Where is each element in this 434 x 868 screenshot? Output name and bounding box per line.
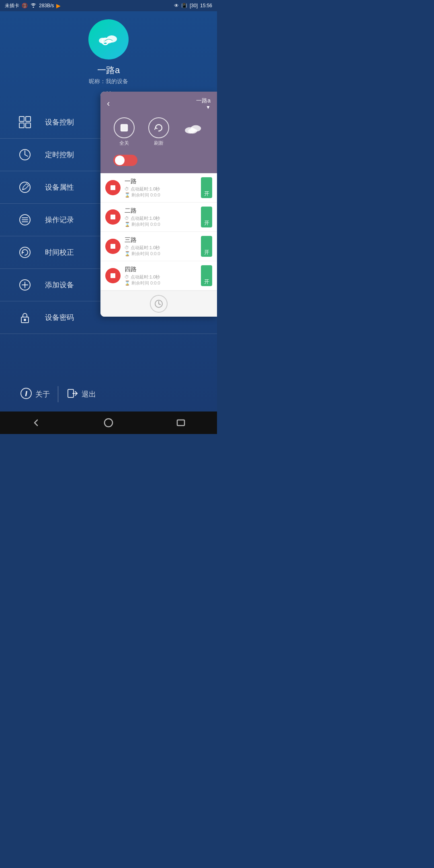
channel-1-on-label: 开 [203, 187, 210, 188]
panel-title-chevron: ▼ [206, 104, 211, 110]
svg-point-12 [20, 182, 30, 192]
channel-4-on-button[interactable]: 开 [201, 265, 212, 286]
svg-line-11 [25, 155, 28, 156]
channel-1-time: ⌛ 剩余时间 0:0:0 [125, 192, 197, 198]
channel-item-4: 四路 ⏱ 点动延时:1.0秒 ⌛ 剩余时间 0:0:0 开 [100, 261, 217, 291]
channel-1-on-button[interactable]: 开 [201, 177, 212, 198]
panel-back-button[interactable]: ‹ [107, 98, 110, 109]
logout-label: 退出 [82, 389, 96, 399]
refresh-button[interactable]: 刷新 [148, 117, 169, 147]
channel-item-2: 二路 ⏱ 点动延时:1.0秒 ⌛ 剩余时间 0:0:0 开 [100, 203, 217, 232]
device-props-label: 设备属性 [45, 182, 74, 192]
timer-icon-1: ⌛ [125, 192, 130, 198]
channel-3-info: 三路 ⏱ 点动延时:1.0秒 ⌛ 剩余时间 0:0:0 [125, 236, 197, 257]
timer-icon-2: ⌛ [125, 222, 130, 227]
channel-2-on-button[interactable]: 开 [201, 207, 212, 227]
logout-icon [66, 387, 78, 401]
channel-2-delay: ⏱ 点动延时:1.0秒 [125, 215, 197, 221]
channel-3-delay: ⏱ 点动延时:1.0秒 [125, 245, 197, 251]
panel-footer [100, 291, 217, 317]
svg-point-18 [20, 247, 30, 258]
channel-4-info: 四路 ⏱ 点动延时:1.0秒 ⌛ 剩余时间 0:0:0 [125, 266, 197, 286]
panel-title-area: 一路a ▼ [196, 97, 211, 110]
channel-2-info: 二路 ⏱ 点动延时:1.0秒 ⌛ 剩余时间 0:0:0 [125, 207, 197, 227]
eye-icon: 👁 [174, 3, 179, 8]
channel-4-on-label: 开 [203, 275, 210, 276]
time-sync-label: 时间校正 [45, 248, 74, 257]
svg-rect-36 [111, 244, 115, 249]
svg-point-28 [104, 419, 113, 427]
status-left: 未插卡 📵 283B/s ▶ [5, 2, 61, 9]
channel-3-name: 三路 [125, 236, 197, 244]
toggle-knob [115, 156, 125, 165]
channel-3-stop-button[interactable] [105, 239, 121, 254]
battery-text: [30] [190, 3, 198, 8]
stop-all-label: 全关 [119, 140, 129, 147]
channel-3-on-label: 开 [203, 246, 210, 247]
nav-bar [0, 411, 217, 434]
channel-item-1: 一路 ⏱ 点动延时:1.0秒 ⌛ 剩余时间 0:0:0 开 [100, 173, 217, 203]
panel-header-top: ‹ 一路a ▼ [107, 97, 211, 110]
panel-header: ‹ 一路a ▼ 全关 [100, 92, 217, 173]
master-toggle[interactable] [113, 155, 137, 166]
svg-rect-30 [121, 125, 127, 131]
channel-2-on-label: 开 [203, 217, 210, 217]
channel-2-name: 二路 [125, 207, 197, 215]
channel-2-stop-button[interactable] [105, 209, 121, 225]
hourglass-icon-1: ⏱ [125, 186, 129, 191]
clock-icon [16, 146, 34, 164]
panel-title: 一路a [196, 97, 211, 104]
svg-rect-7 [19, 123, 24, 128]
channel-1-name: 一路 [125, 178, 197, 185]
channel-1-info: 一路 ⏱ 点动延时:1.0秒 ⌛ 剩余时间 0:0:0 [125, 178, 197, 198]
svg-point-33 [188, 129, 197, 134]
panel-footer-clock-button[interactable] [150, 295, 168, 313]
svg-rect-34 [111, 185, 115, 190]
vibrate-icon: 📳 [181, 3, 187, 8]
time-text: 15:56 [200, 3, 212, 8]
svg-rect-37 [111, 273, 115, 278]
panel-controls: 全关 刷新 [107, 115, 211, 151]
status-right: 👁 📳 [30] 15:56 [174, 3, 212, 8]
channel-3-time: ⌛ 剩余时间 0:0:0 [125, 251, 197, 257]
edit-icon [16, 178, 34, 196]
channel-item-3: 三路 ⏱ 点动延时:1.0秒 ⌛ 剩余时间 0:0:0 开 [100, 232, 217, 261]
channel-list: 一路 ⏱ 点动延时:1.0秒 ⌛ 剩余时间 0:0:0 开 [100, 173, 217, 291]
back-nav-button[interactable] [28, 415, 44, 431]
device-pw-label: 设备密码 [45, 313, 74, 322]
home-nav-button[interactable] [100, 415, 117, 431]
svg-rect-5 [19, 117, 24, 121]
status-bar: 未插卡 📵 283B/s ▶ 👁 📳 [30] 15:56 [0, 0, 217, 11]
stop-all-button[interactable]: 全关 [114, 117, 135, 147]
add-device-label: 添加设备 [45, 280, 74, 290]
about-button[interactable]: i 关于 [12, 384, 58, 404]
channel-2-time: ⌛ 剩余时间 0:0:0 [125, 221, 197, 227]
no-sim-text: 未插卡 [5, 2, 19, 9]
logout-button[interactable]: 退出 [58, 384, 104, 404]
channel-4-stop-button[interactable] [105, 268, 121, 283]
channel-3-on-button[interactable]: 开 [201, 236, 212, 257]
op-log-label: 操作记录 [45, 215, 74, 225]
channel-1-stop-button[interactable] [105, 180, 121, 195]
svg-rect-29 [177, 420, 184, 426]
profile-name: 一路a [97, 64, 120, 76]
bottom-bar: i 关于 退出 [0, 379, 217, 410]
wifi-icon [30, 3, 37, 9]
hourglass-icon-4: ⏱ [125, 274, 129, 279]
timer-icon-3: ⌛ [125, 251, 130, 256]
channel-4-name: 四路 [125, 266, 197, 273]
profile-section: 一路a 昵称：我的设备 ∨ [0, 11, 217, 102]
svg-rect-8 [26, 123, 31, 128]
channel-4-time: ⌛ 剩余时间 0:0:0 [125, 280, 197, 286]
hourglass-icon-3: ⏱ [125, 245, 129, 250]
timer-icon-4: ⌛ [125, 280, 130, 286]
list-icon [16, 211, 34, 229]
time-sync-icon [16, 244, 34, 261]
overlay-panel: ‹ 一路a ▼ 全关 [100, 92, 217, 317]
lock-icon [16, 309, 34, 326]
about-label: 关于 [35, 389, 50, 399]
svg-rect-35 [111, 215, 115, 219]
timer-control-label: 定时控制 [45, 150, 74, 160]
recents-nav-button[interactable] [173, 415, 189, 431]
svg-line-40 [159, 304, 160, 305]
